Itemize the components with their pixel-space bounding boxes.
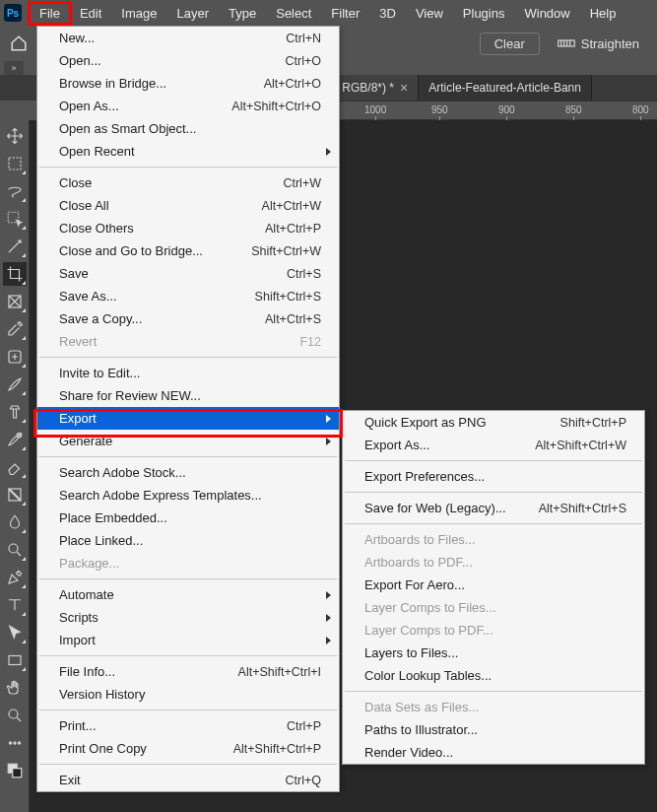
menu-item-label: Open Recent <box>59 144 321 159</box>
svg-point-11 <box>13 742 15 744</box>
file-menu-item-new[interactable]: New...Ctrl+N <box>37 27 339 49</box>
tool-lasso[interactable] <box>3 179 27 203</box>
tool-eraser[interactable] <box>3 455 27 479</box>
menu-item-label: Data Sets as Files... <box>364 700 626 714</box>
menu-layer[interactable]: Layer <box>167 3 220 24</box>
straighten-label: Straighten <box>581 36 639 51</box>
export-menu-item-render-video[interactable]: Render Video... <box>343 741 644 764</box>
file-menu-item-file-info[interactable]: File Info...Alt+Shift+Ctrl+I <box>37 660 339 683</box>
menu-window[interactable]: Window <box>514 3 579 24</box>
menu-image[interactable]: Image <box>111 3 166 24</box>
file-menu-item-close-all[interactable]: Close AllAlt+Ctrl+W <box>37 194 339 217</box>
file-menu-item-share-for-review-new[interactable]: Share for Review NEW... <box>37 384 339 407</box>
file-menu-item-export[interactable]: Export <box>37 407 339 430</box>
file-menu-item-open-as[interactable]: Open As...Alt+Shift+Ctrl+O <box>37 95 339 117</box>
file-menu-item-open-recent[interactable]: Open Recent <box>37 140 339 163</box>
file-menu-item-exit[interactable]: ExitCtrl+Q <box>37 769 339 791</box>
tool-path-select[interactable] <box>3 621 27 644</box>
file-menu-separator <box>39 456 337 457</box>
document-tab-label: Article-Featured-Article-Bann <box>428 81 581 95</box>
document-tab[interactable]: Article-Featured-Article-Bann <box>419 75 592 101</box>
tool-edit-toolbar[interactable] <box>3 731 27 755</box>
tool-clone[interactable] <box>3 400 27 424</box>
tool-eyedropper[interactable] <box>3 317 27 341</box>
straighten-button[interactable]: Straighten <box>558 36 639 51</box>
file-menu-item-save[interactable]: SaveCtrl+S <box>37 262 339 285</box>
menu-item-shortcut: Ctrl+N <box>286 32 321 45</box>
file-menu-item-close-others[interactable]: Close OthersAlt+Ctrl+P <box>37 217 339 239</box>
menu-filter[interactable]: Filter <box>321 3 369 24</box>
file-menu-item-browse-in-bridge[interactable]: Browse in Bridge...Alt+Ctrl+O <box>37 72 339 95</box>
tool-object-select[interactable] <box>3 207 27 231</box>
menu-item-label: Artboards to Files... <box>364 532 626 547</box>
tool-pen[interactable] <box>3 566 27 589</box>
file-menu-item-close-and-go-to-bridge[interactable]: Close and Go to Bridge...Shift+Ctrl+W <box>37 239 339 262</box>
tool-move[interactable] <box>3 124 27 148</box>
tool-dodge[interactable] <box>3 538 27 562</box>
tool-foreground-background[interactable] <box>3 759 27 782</box>
menu-item-label: Layers to Files... <box>364 645 626 660</box>
export-menu-item-layers-to-files[interactable]: Layers to Files... <box>343 642 644 664</box>
export-menu-item-export-preferences[interactable]: Export Preferences... <box>343 465 644 488</box>
tool-brush[interactable] <box>3 372 27 396</box>
export-menu-item-layer-comps-to-pdf: Layer Comps to PDF... <box>343 619 644 642</box>
export-menu-item-paths-to-illustrator[interactable]: Paths to Illustrator... <box>343 718 644 741</box>
file-menu-item-scripts[interactable]: Scripts <box>37 606 339 629</box>
tool-blur[interactable] <box>3 510 27 534</box>
file-menu-item-generate[interactable]: Generate <box>37 430 339 452</box>
menu-item-shortcut: Alt+Shift+Ctrl+I <box>238 665 321 679</box>
file-menu-item-print-one-copy[interactable]: Print One CopyAlt+Shift+Ctrl+P <box>37 737 339 760</box>
file-menu-item-import[interactable]: Import <box>37 629 339 651</box>
menu-type[interactable]: Type <box>219 3 266 24</box>
tool-zoom[interactable] <box>3 704 27 727</box>
tool-gradient[interactable] <box>3 483 27 507</box>
file-menu-item-open-as-smart-object[interactable]: Open as Smart Object... <box>37 117 339 140</box>
close-icon[interactable]: × <box>400 80 408 96</box>
file-menu-item-close[interactable]: CloseCtrl+W <box>37 171 339 194</box>
panel-expand-icon[interactable]: » <box>4 61 24 75</box>
tool-crop[interactable] <box>3 262 27 286</box>
file-menu-item-place-linked[interactable]: Place Linked... <box>37 529 339 552</box>
file-menu-item-search-adobe-express-templates[interactable]: Search Adobe Express Templates... <box>37 484 339 507</box>
file-menu-item-invite-to-edit[interactable]: Invite to Edit... <box>37 362 339 384</box>
tool-rectangle[interactable] <box>3 648 27 672</box>
menu-item-label: Open... <box>59 53 286 68</box>
file-menu-item-search-adobe-stock[interactable]: Search Adobe Stock... <box>37 461 339 484</box>
submenu-arrow-icon <box>326 614 331 622</box>
tool-magic-wand[interactable] <box>3 235 27 258</box>
file-menu-item-place-embedded[interactable]: Place Embedded... <box>37 507 339 529</box>
file-menu-item-print[interactable]: Print...Ctrl+P <box>37 714 339 737</box>
tool-healing[interactable] <box>3 345 27 369</box>
export-menu-item-color-lookup-tables[interactable]: Color Lookup Tables... <box>343 664 644 687</box>
file-menu-item-save-a-copy[interactable]: Save a Copy...Alt+Ctrl+S <box>37 307 339 330</box>
menu-help[interactable]: Help <box>580 3 626 24</box>
file-menu-item-automate[interactable]: Automate <box>37 583 339 606</box>
tool-type[interactable] <box>3 593 27 617</box>
home-icon[interactable] <box>8 33 30 54</box>
menu-item-label: Close Others <box>59 221 265 236</box>
export-menu-item-export-for-aero[interactable]: Export For Aero... <box>343 574 644 596</box>
export-menu-separator <box>345 460 642 461</box>
tool-marquee[interactable] <box>3 152 27 175</box>
ruler-tick: 800 <box>632 104 649 115</box>
file-menu-item-save-as[interactable]: Save As...Shift+Ctrl+S <box>37 285 339 307</box>
menu-plugins[interactable]: Plugins <box>453 3 515 24</box>
export-menu-item-quick-export-as-png[interactable]: Quick Export as PNGShift+Ctrl+P <box>343 411 644 434</box>
menu-file[interactable]: File <box>30 3 70 24</box>
export-submenu: Quick Export as PNGShift+Ctrl+PExport As… <box>342 410 645 765</box>
ruler-tick: 950 <box>431 104 448 115</box>
export-menu-item-export-as[interactable]: Export As...Alt+Shift+Ctrl+W <box>343 434 644 456</box>
menu-view[interactable]: View <box>406 3 453 24</box>
tool-frame[interactable] <box>3 290 27 313</box>
menu-edit[interactable]: Edit <box>70 3 111 24</box>
tool-history-brush[interactable] <box>3 428 27 451</box>
file-menu-item-open[interactable]: Open...Ctrl+O <box>37 49 339 72</box>
tool-hand[interactable] <box>3 676 27 700</box>
export-menu-item-save-for-web-legacy[interactable]: Save for Web (Legacy)...Alt+Shift+Ctrl+S <box>343 497 644 519</box>
clear-button[interactable]: Clear <box>480 33 540 55</box>
move-icon <box>6 127 24 145</box>
file-menu-item-version-history[interactable]: Version History <box>37 683 339 706</box>
menu-3d[interactable]: 3D <box>369 3 406 24</box>
menu-select[interactable]: Select <box>266 3 321 24</box>
menu-item-label: Scripts <box>59 610 321 625</box>
